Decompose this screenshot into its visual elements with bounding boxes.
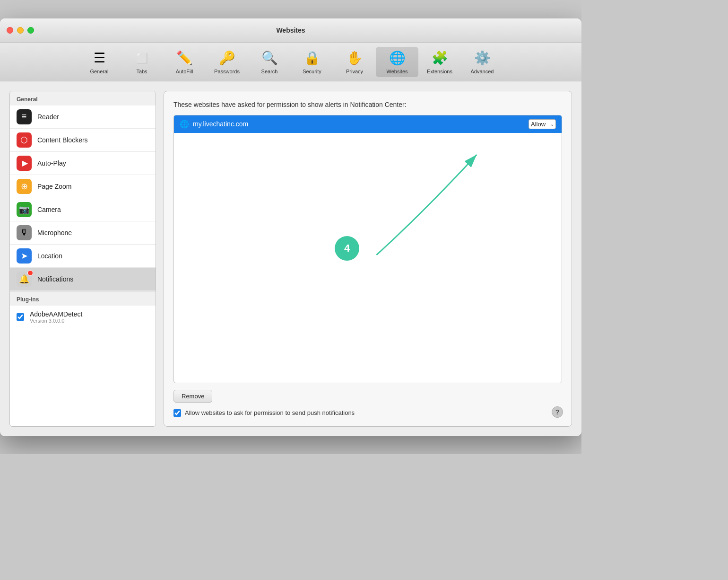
sidebar-item-auto-play[interactable]: ▶ Auto-Play	[10, 152, 156, 175]
sidebar-item-page-zoom[interactable]: ⊕ Page Zoom	[10, 175, 156, 198]
microphone-icon: 🎙	[17, 225, 32, 240]
sidebar-item-notifications[interactable]: 🔔 Notifications	[10, 268, 156, 291]
advanced-label: Advanced	[471, 69, 494, 74]
reader-icon: ≡	[17, 109, 32, 124]
maximize-button[interactable]	[27, 27, 34, 34]
sidebar: General ≡ Reader ⬡ Content Blockers ▶ Au…	[9, 91, 156, 427]
close-button[interactable]	[7, 27, 13, 34]
search-label: Search	[261, 69, 278, 74]
titlebar: Websites	[0, 18, 581, 43]
tab-extensions[interactable]: 🧩 Extensions	[418, 47, 461, 77]
plugin-version: Version 3.0.0.0	[30, 318, 82, 324]
autofill-label: AutoFill	[176, 69, 193, 74]
page-zoom-icon: ⊕	[17, 179, 32, 194]
tab-search[interactable]: 🔍 Search	[248, 47, 291, 77]
security-label: Security	[303, 69, 321, 74]
location-icon: ➤	[17, 248, 32, 264]
main-content: General ≡ Reader ⬡ Content Blockers ▶ Au…	[0, 81, 581, 436]
annotation-area: 4	[174, 133, 562, 299]
remove-button[interactable]: Remove	[173, 390, 212, 403]
auto-play-icon: ▶	[17, 156, 32, 171]
annotation-number-4: 4	[335, 236, 359, 261]
traffic-lights	[7, 27, 34, 34]
sidebar-plugins-section: Plug-ins	[10, 291, 156, 306]
sidebar-item-location[interactable]: ➤ Location	[10, 245, 156, 268]
autofill-icon: ✏️	[176, 50, 193, 67]
general-label: General	[90, 69, 108, 74]
tab-privacy[interactable]: ✋ Privacy	[333, 47, 376, 77]
extensions-label: Extensions	[427, 69, 452, 74]
sidebar-general-section: General	[10, 91, 156, 105]
notification-badge	[27, 270, 33, 276]
privacy-label: Privacy	[346, 69, 363, 74]
sidebar-auto-play-label: Auto-Play	[37, 159, 66, 167]
sidebar-reader-label: Reader	[37, 113, 59, 121]
tab-tabs[interactable]: ⬜ Tabs	[121, 47, 163, 77]
websites-icon: 🌐	[389, 50, 406, 67]
sidebar-page-zoom-label: Page Zoom	[37, 183, 71, 190]
permission-select-wrap: Allow Deny	[529, 119, 556, 129]
minimize-button[interactable]	[17, 27, 24, 34]
advanced-icon: ⚙️	[474, 50, 491, 67]
sidebar-microphone-label: Microphone	[37, 229, 72, 237]
sidebar-camera-label: Camera	[37, 206, 61, 213]
plugin-checkbox[interactable]	[17, 313, 24, 321]
privacy-icon: ✋	[346, 50, 363, 67]
tab-autofill[interactable]: ✏️ AutoFill	[163, 47, 206, 77]
tab-security[interactable]: 🔒 Security	[291, 47, 333, 77]
plugin-name: AdobeAAMDetect	[30, 310, 82, 318]
plugin-item-adobeaamdetect: AdobeAAMDetect Version 3.0.0.0	[10, 306, 156, 328]
main-window: Websites ☰ General ⬜ Tabs ✏️ AutoFill 🔑 …	[0, 18, 581, 436]
general-icon: ☰	[91, 50, 108, 67]
sidebar-notifications-label: Notifications	[37, 275, 73, 283]
camera-icon: 📷	[17, 202, 32, 217]
sidebar-item-microphone[interactable]: 🎙 Microphone	[10, 221, 156, 245]
tab-advanced[interactable]: ⚙️ Advanced	[461, 47, 503, 77]
website-url-text: my.livechatinc.com	[193, 120, 248, 128]
plugin-info: AdobeAAMDetect Version 3.0.0.0	[30, 310, 82, 324]
toolbar: ☰ General ⬜ Tabs ✏️ AutoFill 🔑 Passwords…	[0, 43, 581, 81]
tab-passwords[interactable]: 🔑 Passwords	[206, 47, 248, 77]
window-title: Websites	[276, 26, 305, 34]
security-icon: 🔒	[303, 50, 321, 67]
tabs-icon: ⬜	[133, 50, 150, 67]
sidebar-content-blockers-label: Content Blockers	[37, 136, 88, 144]
push-notification-label: Allow websites to ask for permission to …	[185, 409, 355, 416]
tab-general[interactable]: ☰ General	[78, 47, 121, 77]
tab-websites[interactable]: 🌐 Websites	[376, 47, 418, 77]
sidebar-item-content-blockers[interactable]: ⬡ Content Blockers	[10, 129, 156, 152]
tabs-label: Tabs	[136, 69, 147, 74]
sidebar-item-camera[interactable]: 📷 Camera	[10, 198, 156, 221]
website-list: 🌐 my.livechatinc.com Allow Deny	[173, 115, 562, 383]
website-row[interactable]: 🌐 my.livechatinc.com Allow Deny	[174, 115, 562, 133]
sidebar-item-reader[interactable]: ≡ Reader	[10, 105, 156, 129]
content-blockers-icon: ⬡	[17, 132, 32, 148]
push-notification-checkbox[interactable]	[173, 409, 181, 417]
permission-select[interactable]: Allow Deny	[529, 119, 556, 129]
website-url: 🌐 my.livechatinc.com	[180, 120, 248, 129]
passwords-icon: 🔑	[218, 50, 235, 67]
website-globe-icon: 🌐	[180, 120, 189, 129]
push-notification-row: Allow websites to ask for permission to …	[173, 409, 562, 417]
panel-description: These websites have asked for permission…	[173, 101, 562, 108]
sidebar-location-label: Location	[37, 252, 62, 260]
search-icon: 🔍	[261, 50, 278, 67]
extensions-icon: 🧩	[431, 50, 448, 67]
passwords-label: Passwords	[214, 69, 240, 74]
help-button[interactable]: ?	[552, 406, 563, 418]
right-panel: These websites have asked for permission…	[164, 91, 572, 427]
annotation-arrow	[174, 133, 562, 299]
notifications-icon-wrap: 🔔	[17, 272, 32, 287]
bottom-bar: Remove	[173, 390, 562, 403]
websites-label: Websites	[386, 69, 407, 74]
